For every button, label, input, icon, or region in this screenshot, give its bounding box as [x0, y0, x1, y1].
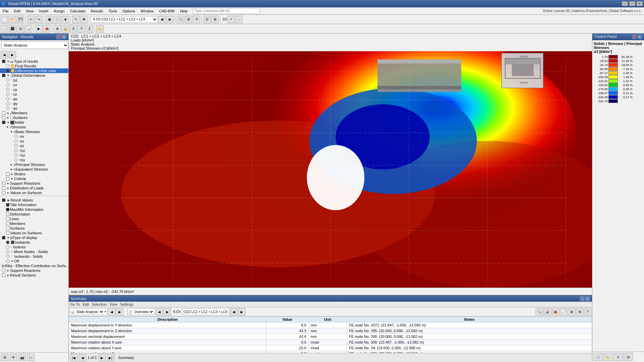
sz-radio[interactable]: [14, 144, 17, 147]
tree-lines2[interactable]: Lines: [0, 217, 68, 221]
ribs-check[interactable]: [2, 264, 3, 267]
lc-prev-button[interactable]: ◀: [230, 308, 237, 315]
mesh-nodes-radio[interactable]: [6, 250, 9, 253]
tree-deform-uy[interactable]: ○ uy: [0, 87, 68, 92]
tree-members2[interactable]: Members: [0, 221, 68, 226]
strains-expand[interactable]: ▸: [10, 172, 14, 176]
tree-surfaces[interactable]: ▸ ⬚ Surfaces: [0, 115, 68, 120]
support2-expand[interactable]: ▸: [6, 268, 10, 273]
pz-radio[interactable]: [6, 107, 9, 110]
page-first-button[interactable]: |◀: [70, 354, 77, 361]
animate-button[interactable]: ▶: [35, 25, 43, 33]
tree-surfaces2[interactable]: Surfaces: [0, 226, 68, 231]
tree-section-type-results[interactable]: ▾ 🗂 Type of results: [0, 59, 68, 64]
u-radio[interactable]: [6, 78, 9, 82]
differences-radio[interactable]: [6, 69, 9, 72]
navigator-dropdown[interactable]: Static Analysis: [1, 42, 68, 49]
tree-criteria[interactable]: ▸ Criteria: [0, 176, 68, 181]
move-button[interactable]: ✚: [80, 16, 88, 23]
uz-radio[interactable]: [6, 93, 9, 96]
uy-radio[interactable]: [6, 88, 9, 91]
lock-button[interactable]: 🔒: [62, 25, 69, 33]
tree-basic-stresses[interactable]: ▾ σ Basic Stresses: [0, 129, 68, 134]
zoom-button[interactable]: 🔍: [177, 16, 184, 23]
members-expand[interactable]: ▸: [6, 111, 10, 115]
tree-maxmin-information[interactable]: ✓ Max/Min Information: [0, 207, 68, 212]
tree-equivalent-stresses[interactable]: ▸ σ Equivalent Stresses: [0, 167, 68, 172]
redo-button[interactable]: ↪: [35, 16, 43, 23]
type-display-expand[interactable]: ▾: [6, 236, 10, 240]
tree-values-surfaces[interactable]: ▸ Values on Surfaces: [0, 190, 68, 195]
page-next-button[interactable]: ▶: [98, 354, 106, 361]
tree-result-sections[interactable]: ▸ Result Sections: [0, 273, 68, 278]
isobands-solids-radio[interactable]: [6, 255, 9, 258]
nav-close-button[interactable]: ✕: [62, 35, 66, 39]
distrib-expand[interactable]: ▸: [6, 186, 10, 190]
summary-prev-button[interactable]: ◀: [108, 308, 115, 315]
values-surfs-expand[interactable]: ▸: [6, 191, 10, 195]
tree-distribution-loads[interactable]: ▸ Distribution of Loads: [0, 186, 68, 190]
tree-deform-u[interactable]: ○ |u|: [0, 78, 68, 82]
tree-strains[interactable]: ▸ Strains: [0, 172, 68, 176]
tree-support-reactions[interactable]: ▸ Support Reactions: [0, 181, 68, 186]
restore-button[interactable]: □: [629, 1, 635, 6]
final-results-radio[interactable]: [6, 64, 9, 68]
tree-stresses[interactable]: ▾ ≡ Stresses: [0, 125, 68, 129]
prev-lc-button[interactable]: ◀: [158, 16, 166, 23]
help-button[interactable]: ?: [584, 308, 591, 315]
print-button[interactable]: 🖨: [544, 308, 551, 315]
tree-title-information[interactable]: ✓ Title Information: [0, 202, 68, 207]
tree-solids[interactable]: ✓ ▾ ⬛ Solids: [0, 120, 68, 125]
txz-radio[interactable]: [14, 154, 17, 157]
tree-deform-ux[interactable]: ○ ux: [0, 82, 68, 87]
equivalent-expand[interactable]: ▸: [9, 167, 13, 171]
lc-combo[interactable]: CO2 LC1 + LC2 + LC3 + LC4: [182, 308, 229, 315]
tree-isobands-solids[interactable]: ⬚ Isobands - Solids: [0, 254, 68, 259]
tyz-radio[interactable]: [14, 149, 17, 152]
axis-y-button[interactable]: Y: [78, 25, 85, 33]
tree-differences[interactable]: 🔀 Differences to initial state: [0, 68, 68, 73]
cp-pin-button[interactable]: 📌: [632, 35, 637, 39]
tree-sigma-x[interactable]: ○ σx: [0, 134, 68, 139]
analysis-dropdown-icon[interactable]: ▾: [105, 310, 106, 313]
filter-button[interactable]: 🔍: [536, 308, 543, 315]
summary-expand-button[interactable]: ⬚: [580, 296, 585, 301]
sx-radio[interactable]: [14, 135, 17, 138]
maxmin-check[interactable]: ✓: [6, 208, 9, 211]
strains-check[interactable]: [6, 172, 9, 176]
result-values-check[interactable]: ✓: [2, 198, 5, 202]
tree-result-values[interactable]: ✓ ★ Result Values: [0, 198, 68, 202]
support-expand[interactable]: ▸: [6, 181, 10, 185]
render-button[interactable]: ⬜: [1, 25, 8, 33]
chart-button[interactable]: 📈: [560, 308, 567, 315]
isobands-radio[interactable]: [6, 241, 9, 244]
deform2-check[interactable]: [6, 213, 9, 216]
basic-stresses-expand[interactable]: ▾: [9, 130, 13, 134]
view-3d-button[interactable]: ▣: [46, 16, 53, 23]
lc-next-button[interactable]: ▶: [238, 308, 246, 315]
py-radio[interactable]: [6, 102, 9, 105]
stresses-expand[interactable]: ▾: [5, 125, 9, 129]
close-button[interactable]: ✕: [637, 1, 643, 6]
zoom-out-button[interactable]: -: [235, 16, 243, 23]
cp-btn4[interactable]: ⊟: [624, 353, 633, 361]
nav-pin-button[interactable]: 📌: [56, 35, 61, 39]
tree-values-surfaces2[interactable]: Values on Surfaces: [0, 231, 68, 235]
tree-type-display[interactable]: ✓ ▾ ⊟ Type of display: [0, 235, 68, 240]
export2-button[interactable]: 📤: [552, 308, 559, 315]
cp-close-button[interactable]: ✕: [637, 35, 642, 39]
tree-deformation2[interactable]: Deformation: [0, 212, 68, 217]
tree-display-off[interactable]: ✕ Off: [0, 259, 68, 263]
cp-btn3[interactable]: ≡: [613, 353, 623, 361]
tree-final-results[interactable]: 🔀 Final Results: [0, 64, 68, 68]
menu-calculate[interactable]: Calculate: [67, 7, 88, 14]
values-surfs-check[interactable]: [2, 191, 5, 194]
criteria-expand[interactable]: ▸: [10, 177, 14, 181]
tree-deform-uz[interactable]: ○ uz: [0, 92, 68, 97]
lines2-check[interactable]: [6, 217, 9, 221]
menu-file[interactable]: File: [0, 7, 11, 14]
summary-next-button[interactable]: ▶: [116, 308, 123, 315]
columns-button[interactable]: ⊞: [568, 308, 575, 315]
result-button[interactable]: 📊: [25, 25, 32, 33]
tree-tau-yz[interactable]: ○ τyz: [0, 148, 68, 153]
